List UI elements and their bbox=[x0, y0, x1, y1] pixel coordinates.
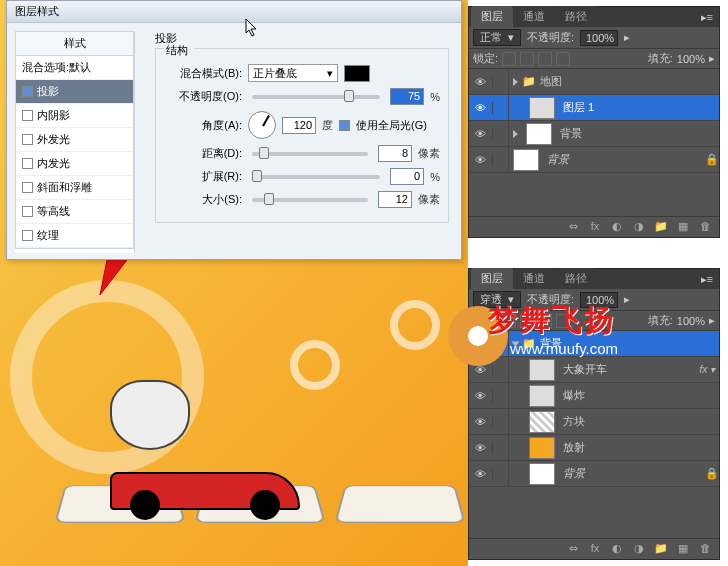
blend-mode-select[interactable]: 正常▾ bbox=[473, 29, 521, 46]
folder-toggle-icon[interactable] bbox=[513, 78, 518, 86]
chevron-right-icon[interactable]: ▸ bbox=[624, 293, 630, 306]
layer-row-group[interactable]: 👁📁地图 bbox=[469, 69, 719, 95]
visibility-icon[interactable]: 👁 bbox=[469, 468, 493, 480]
angle-label: 角度(A): bbox=[164, 118, 242, 133]
new-layer-icon[interactable]: ▦ bbox=[675, 220, 691, 234]
lock-all-icon[interactable] bbox=[556, 52, 570, 66]
style-blend-options[interactable]: 混合选项:默认 bbox=[16, 56, 133, 80]
style-contour[interactable]: 等高线 bbox=[16, 200, 133, 224]
visibility-icon[interactable]: 👁 bbox=[469, 102, 493, 114]
decor-ring bbox=[390, 300, 440, 350]
layer-thumbnail[interactable] bbox=[529, 385, 555, 407]
panel-menu-icon[interactable]: ▸≡ bbox=[695, 8, 719, 27]
chevron-right-icon[interactable]: ▸ bbox=[709, 52, 715, 65]
lock-pixels-icon[interactable] bbox=[520, 52, 534, 66]
watermark-brand: 梦舞飞扬 bbox=[488, 300, 616, 341]
visibility-icon[interactable]: 👁 bbox=[469, 128, 493, 140]
svg-point-1 bbox=[468, 326, 488, 346]
expand-icon[interactable] bbox=[513, 130, 518, 138]
fx-icon[interactable]: fx bbox=[587, 220, 603, 234]
size-slider[interactable] bbox=[252, 198, 368, 202]
tab-layers[interactable]: 图层 bbox=[471, 6, 513, 27]
layer-row[interactable]: 👁方块 bbox=[469, 409, 719, 435]
tab-paths[interactable]: 路径 bbox=[555, 6, 597, 27]
shadow-color-swatch[interactable] bbox=[344, 65, 370, 82]
style-inner-shadow[interactable]: 内阴影 bbox=[16, 104, 133, 128]
lock-icon: 🔒 bbox=[705, 153, 719, 166]
style-inner-glow[interactable]: 内发光 bbox=[16, 152, 133, 176]
size-label: 大小(S): bbox=[164, 192, 242, 207]
opacity-slider[interactable] bbox=[252, 95, 380, 99]
layer-thumbnail[interactable] bbox=[526, 123, 552, 145]
style-drop-shadow[interactable]: 投影 bbox=[16, 80, 133, 104]
layer-row[interactable]: 👁背景 bbox=[469, 121, 719, 147]
spread-input[interactable]: 0 bbox=[390, 168, 424, 185]
mask-icon[interactable]: ◐ bbox=[609, 220, 625, 234]
car-illustration bbox=[110, 430, 320, 520]
trash-icon[interactable]: 🗑 bbox=[697, 542, 713, 556]
visibility-icon[interactable]: 👁 bbox=[469, 416, 493, 428]
angle-input[interactable]: 120 bbox=[282, 117, 316, 134]
fill-input[interactable]: 100% bbox=[677, 315, 705, 327]
link-icon[interactable]: ⇔ bbox=[565, 220, 581, 234]
fill-label: 填充: bbox=[648, 313, 673, 328]
layer-row-background[interactable]: 👁背景🔒 bbox=[469, 147, 719, 173]
layer-thumbnail[interactable] bbox=[529, 437, 555, 459]
dialog-title: 图层样式 bbox=[7, 1, 461, 23]
layer-row-background[interactable]: 👁背景🔒 bbox=[469, 461, 719, 487]
distance-slider[interactable] bbox=[252, 152, 368, 156]
layer-thumbnail[interactable] bbox=[529, 97, 555, 119]
opacity-label: 不透明度: bbox=[527, 30, 574, 45]
trash-icon[interactable]: 🗑 bbox=[697, 220, 713, 234]
layer-thumbnail[interactable] bbox=[529, 359, 555, 381]
tab-channels[interactable]: 通道 bbox=[513, 268, 555, 289]
chevron-right-icon[interactable]: ▸ bbox=[709, 314, 715, 327]
lock-transparency-icon[interactable] bbox=[502, 52, 516, 66]
style-bevel-emboss[interactable]: 斜面和浮雕 bbox=[16, 176, 133, 200]
style-options: 投影 结构 混合模式(B): 正片叠底▾ 不透明度(O): 75 % 角度(A)… bbox=[143, 23, 461, 261]
layer-row[interactable]: 👁图层 1 bbox=[469, 95, 719, 121]
spread-slider[interactable] bbox=[252, 175, 380, 179]
link-icon[interactable]: ⇔ bbox=[565, 542, 581, 556]
adjustment-icon[interactable]: ◑ bbox=[631, 542, 647, 556]
visibility-icon[interactable]: 👁 bbox=[469, 442, 493, 454]
group-icon[interactable]: 📁 bbox=[653, 220, 669, 234]
layer-row[interactable]: 👁爆炸 bbox=[469, 383, 719, 409]
chevron-down-icon: ▾ bbox=[508, 31, 514, 44]
opacity-label: 不透明度(O): bbox=[164, 89, 242, 104]
layer-thumbnail[interactable] bbox=[513, 149, 539, 171]
style-outer-glow[interactable]: 外发光 bbox=[16, 128, 133, 152]
visibility-icon[interactable]: 👁 bbox=[469, 76, 493, 88]
visibility-icon[interactable]: 👁 bbox=[469, 390, 493, 402]
adjustment-icon[interactable]: ◑ bbox=[631, 220, 647, 234]
tab-layers[interactable]: 图层 bbox=[471, 268, 513, 289]
group-icon[interactable]: 📁 bbox=[653, 542, 669, 556]
watermark-url: www.muufy.com bbox=[510, 340, 618, 357]
angle-dial[interactable] bbox=[248, 111, 276, 139]
style-list: 样式 混合选项:默认 投影 内阴影 外发光 内发光 斜面和浮雕 等高线 纹理 bbox=[15, 31, 135, 253]
fx-icon[interactable]: fx bbox=[587, 542, 603, 556]
new-layer-icon[interactable]: ▦ bbox=[675, 542, 691, 556]
fill-input[interactable]: 100% bbox=[677, 53, 705, 65]
mask-icon[interactable]: ◐ bbox=[609, 542, 625, 556]
opacity-input[interactable]: 75 bbox=[390, 88, 424, 105]
global-light-checkbox[interactable] bbox=[339, 120, 350, 131]
fx-badge[interactable]: fx ▾ bbox=[699, 364, 715, 375]
opacity-input[interactable]: 100% bbox=[580, 30, 618, 46]
style-texture[interactable]: 纹理 bbox=[16, 224, 133, 248]
blend-mode-select[interactable]: 正片叠底▾ bbox=[248, 64, 338, 82]
visibility-icon[interactable]: 👁 bbox=[469, 154, 493, 166]
panel-menu-icon[interactable]: ▸≡ bbox=[695, 270, 719, 289]
chevron-right-icon[interactable]: ▸ bbox=[624, 31, 630, 44]
tile bbox=[334, 485, 466, 523]
size-input[interactable]: 12 bbox=[378, 191, 412, 208]
lock-position-icon[interactable] bbox=[538, 52, 552, 66]
layer-style-dialog: 图层样式 样式 混合选项:默认 投影 内阴影 外发光 内发光 斜面和浮雕 等高线… bbox=[6, 0, 462, 260]
layer-thumbnail[interactable] bbox=[529, 411, 555, 433]
layer-thumbnail[interactable] bbox=[529, 463, 555, 485]
layer-row[interactable]: 👁放射 bbox=[469, 435, 719, 461]
distance-input[interactable]: 8 bbox=[378, 145, 412, 162]
tab-paths[interactable]: 路径 bbox=[555, 268, 597, 289]
lock-icon: 🔒 bbox=[705, 467, 719, 480]
tab-channels[interactable]: 通道 bbox=[513, 6, 555, 27]
